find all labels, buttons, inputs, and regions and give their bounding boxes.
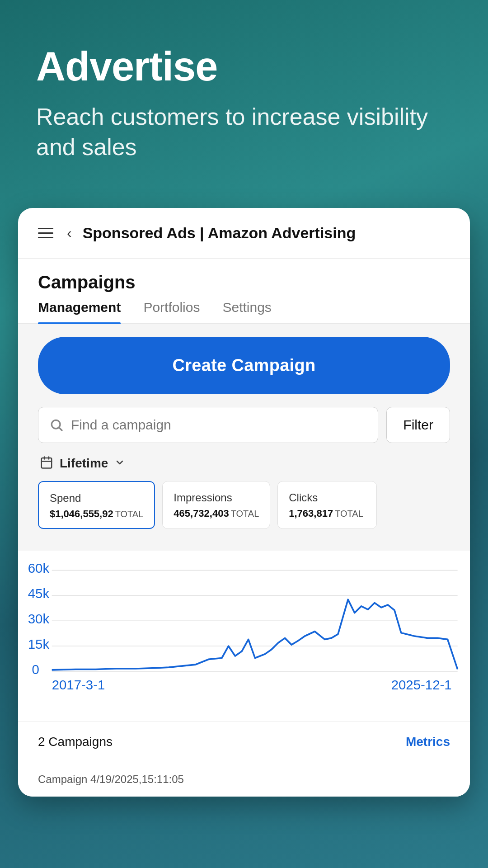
header-title: Sponsored Ads | Amazon Advertising	[83, 224, 356, 242]
campaigns-page-title: Campaigns	[18, 259, 470, 292]
svg-text:60k: 60k	[28, 561, 50, 576]
metrics-row: Spend $1,046,555,92TOTAL Impressions 465…	[38, 481, 450, 529]
back-icon[interactable]: ‹	[67, 225, 72, 241]
metrics-link[interactable]: Metrics	[406, 735, 450, 749]
metric-spend-label: Spend	[50, 492, 143, 505]
lifetime-row: Lifetime	[38, 456, 450, 471]
svg-text:15k: 15k	[28, 637, 50, 651]
app-card: ‹ Sponsored Ads | Amazon Advertising Cam…	[18, 208, 470, 797]
hero-section: Advertise Reach customers to increase vi…	[0, 0, 488, 190]
metric-card-impressions[interactable]: Impressions 465,732,403TOTAL	[162, 481, 270, 529]
svg-line-1	[59, 428, 62, 430]
tab-settings[interactable]: Settings	[222, 300, 271, 323]
hero-title: Advertise	[36, 45, 452, 88]
search-icon	[49, 418, 64, 432]
metric-spend-value: $1,046,555,92TOTAL	[50, 508, 143, 520]
hamburger-menu-icon[interactable]	[38, 228, 53, 238]
spend-chart: 60k 45k 30k 15k 0 2017-3-1 2025-12-1	[23, 560, 461, 712]
search-input[interactable]	[71, 417, 367, 433]
svg-text:30k: 30k	[28, 611, 50, 626]
filter-button[interactable]: Filter	[386, 407, 450, 443]
card-body: Create Campaign Filter	[18, 324, 470, 551]
hero-subtitle: Reach customers to increase visibility a…	[36, 102, 452, 163]
metric-clicks-label: Clicks	[289, 491, 366, 504]
search-input-wrapper	[38, 407, 378, 443]
chevron-down-icon	[114, 457, 125, 470]
metric-impressions-value: 465,732,403TOTAL	[174, 508, 259, 519]
search-filter-row: Filter	[38, 407, 450, 443]
campaigns-count: 2 Campaigns	[38, 735, 113, 749]
metric-card-spend[interactable]: Spend $1,046,555,92TOTAL	[38, 481, 155, 529]
metric-card-clicks[interactable]: Clicks 1,763,817TOTAL	[277, 481, 377, 529]
svg-rect-2	[42, 458, 52, 468]
chart-container: 60k 45k 30k 15k 0 2017-3-1 2025-12-1	[18, 551, 470, 722]
campaign-row-preview: Campaign 4/19/2025,15:11:05	[18, 762, 470, 797]
svg-text:45k: 45k	[28, 586, 50, 601]
svg-text:2025-12-1: 2025-12-1	[391, 677, 452, 692]
tab-portfolios[interactable]: Portfolios	[143, 300, 200, 323]
svg-text:2017-3-1: 2017-3-1	[52, 677, 105, 692]
metric-impressions-label: Impressions	[174, 491, 259, 504]
calendar-icon	[40, 456, 53, 471]
metric-clicks-value: 1,763,817TOTAL	[289, 508, 366, 519]
lifetime-label[interactable]: Lifetime	[60, 456, 108, 471]
tab-management[interactable]: Management	[38, 300, 121, 323]
create-campaign-button[interactable]: Create Campaign	[38, 337, 450, 394]
campaign-row-text: Campaign 4/19/2025,15:11:05	[38, 773, 450, 786]
card-header: ‹ Sponsored Ads | Amazon Advertising	[18, 208, 470, 259]
tabs-row: Management Portfolios Settings	[18, 300, 470, 324]
svg-text:0: 0	[32, 661, 39, 676]
bottom-bar: 2 Campaigns Metrics	[18, 722, 470, 762]
